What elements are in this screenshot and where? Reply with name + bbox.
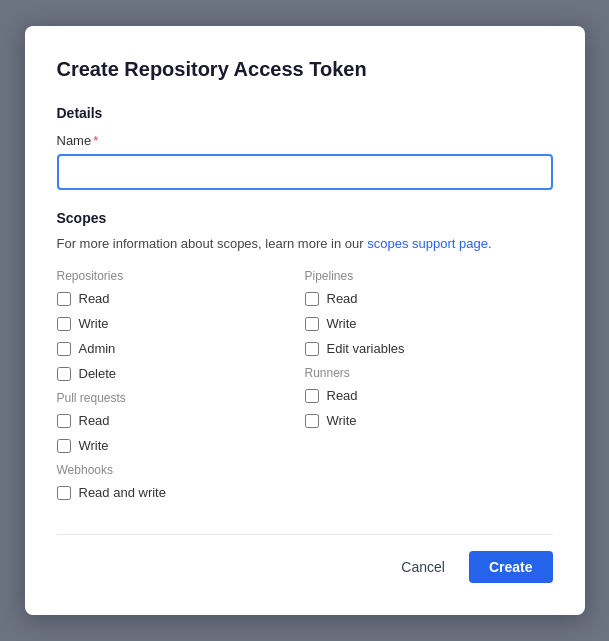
right-scope-column: Pipelines Read Write Edit variables Runn… <box>305 269 553 510</box>
runner-read-label: Read <box>327 388 358 403</box>
details-label: Details <box>57 105 553 121</box>
pr-read-label: Read <box>79 413 110 428</box>
repo-read-checkbox[interactable] <box>57 292 71 306</box>
repo-admin-checkbox[interactable] <box>57 342 71 356</box>
pipeline-write-item: Write <box>305 316 537 331</box>
cancel-button[interactable]: Cancel <box>389 551 457 583</box>
repo-read-item: Read <box>57 291 289 306</box>
pr-write-item: Write <box>57 438 289 453</box>
scopes-support-link[interactable]: scopes support page <box>367 236 488 251</box>
pipeline-read-checkbox[interactable] <box>305 292 319 306</box>
pipelines-group-label: Pipelines <box>305 269 537 283</box>
repo-admin-item: Admin <box>57 341 289 356</box>
runner-read-item: Read <box>305 388 537 403</box>
repo-write-checkbox[interactable] <box>57 317 71 331</box>
pr-write-label: Write <box>79 438 109 453</box>
modal-dialog: Create Repository Access Token Details N… <box>25 26 585 616</box>
webhook-readwrite-label: Read and write <box>79 485 166 500</box>
repo-delete-checkbox[interactable] <box>57 367 71 381</box>
runner-write-checkbox[interactable] <box>305 414 319 428</box>
scopes-label: Scopes <box>57 210 553 226</box>
runners-group-label: Runners <box>305 366 537 380</box>
pr-write-checkbox[interactable] <box>57 439 71 453</box>
repo-write-label: Write <box>79 316 109 331</box>
repo-delete-label: Delete <box>79 366 117 381</box>
webhooks-group-label: Webhooks <box>57 463 289 477</box>
pipeline-write-label: Write <box>327 316 357 331</box>
modal-title: Create Repository Access Token <box>57 58 553 81</box>
modal-overlay: Create Repository Access Token Details N… <box>0 0 609 641</box>
repo-delete-item: Delete <box>57 366 289 381</box>
repositories-group-label: Repositories <box>57 269 289 283</box>
pipeline-editvars-item: Edit variables <box>305 341 537 356</box>
pipeline-editvars-label: Edit variables <box>327 341 405 356</box>
modal-footer: Cancel Create <box>57 534 553 583</box>
repo-write-item: Write <box>57 316 289 331</box>
repo-admin-label: Admin <box>79 341 116 356</box>
details-section: Details Name* <box>57 105 553 210</box>
runner-write-label: Write <box>327 413 357 428</box>
webhook-readwrite-item: Read and write <box>57 485 289 500</box>
name-field-group: Name* <box>57 133 553 210</box>
pr-read-checkbox[interactable] <box>57 414 71 428</box>
runner-read-checkbox[interactable] <box>305 389 319 403</box>
scopes-section: Scopes For more information about scopes… <box>57 210 553 511</box>
name-input[interactable] <box>57 154 553 190</box>
create-button[interactable]: Create <box>469 551 553 583</box>
left-scope-column: Repositories Read Write Admin <box>57 269 305 510</box>
scopes-description: For more information about scopes, learn… <box>57 234 553 254</box>
required-indicator: * <box>93 133 98 148</box>
pr-read-item: Read <box>57 413 289 428</box>
pipeline-read-label: Read <box>327 291 358 306</box>
name-field-label: Name* <box>57 133 553 148</box>
scopes-grid: Repositories Read Write Admin <box>57 269 553 510</box>
pipeline-read-item: Read <box>305 291 537 306</box>
webhook-readwrite-checkbox[interactable] <box>57 486 71 500</box>
pipeline-editvars-checkbox[interactable] <box>305 342 319 356</box>
runner-write-item: Write <box>305 413 537 428</box>
repo-read-label: Read <box>79 291 110 306</box>
pipeline-write-checkbox[interactable] <box>305 317 319 331</box>
pull-requests-group-label: Pull requests <box>57 391 289 405</box>
